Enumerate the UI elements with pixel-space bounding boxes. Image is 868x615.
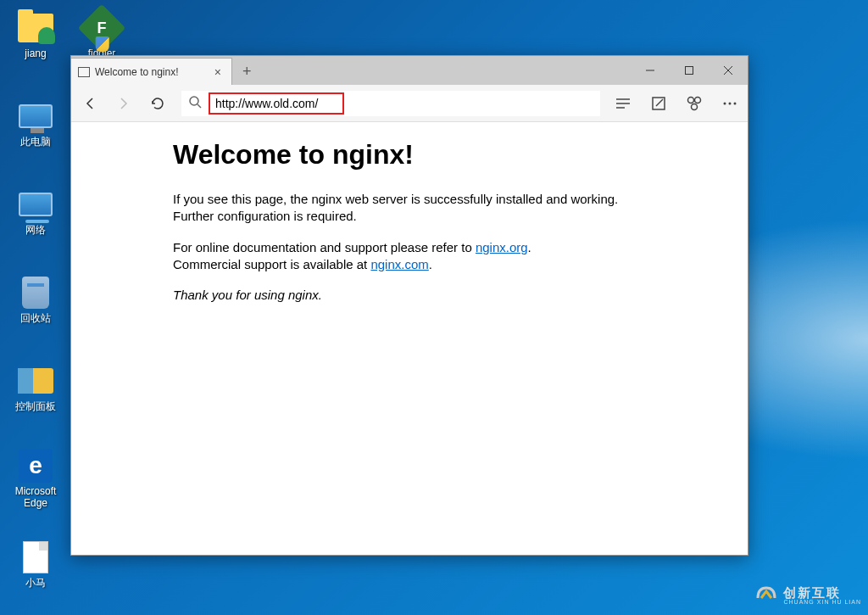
url-input[interactable] [209,92,344,115]
toolbar-right [614,94,739,113]
watermark-en-text: CHUANG XIN HU LIAN [783,599,861,605]
page-heading: Welcome to nginx! [173,139,646,171]
page-thanks: Thank you for using nginx. [173,287,646,304]
desktop-icon-label: 回收站 [20,312,51,324]
desktop-icon-control-panel[interactable]: 控制面板 [7,363,64,412]
page-icon [78,67,90,77]
desktop-icon-this-pc[interactable]: 此电脑 [7,98,64,148]
svg-point-11 [688,97,694,103]
search-icon [188,95,202,112]
desktop-icon-label: Microsoft Edge [7,485,64,510]
page-paragraph-1: If you see this page, the nginx web serv… [173,191,646,226]
watermark: 创新互联 CHUANG XIN HU LIAN [754,581,861,610]
tab-bar: Welcome to nginx! × + [71,56,748,85]
desktop-icon-label: 此电脑 [20,136,51,148]
address-bar[interactable] [181,91,600,116]
desktop-icon-label: 小马 [25,577,46,589]
notes-icon[interactable] [649,94,668,113]
nginx-com-link[interactable]: nginx.com [370,257,428,271]
svg-rect-1 [686,67,693,75]
close-button[interactable] [709,56,748,85]
desktop-icon-network[interactable]: 网络 [7,187,64,236]
minimize-button[interactable] [631,56,670,85]
desktop-icon-label: 控制面板 [15,400,56,412]
desktop-icon-label: 网络 [25,224,46,236]
page-content: Welcome to nginx! If you see this page, … [71,122,748,555]
folder-user-icon [18,10,53,46]
desktop-icon-xiaoma[interactable]: 小马 [7,540,64,589]
control-panel-icon [18,363,53,399]
recycle-bin-icon [18,275,53,310]
desktop-icon-label: jiang [25,48,46,59]
pc-icon [18,98,53,134]
browser-toolbar [71,85,748,122]
back-button[interactable] [80,93,100,114]
edge-icon: e [18,448,53,484]
desktop-icon-jiang[interactable]: jiang [7,10,64,59]
tab-close-icon[interactable]: × [211,65,225,79]
svg-point-15 [729,102,732,104]
refresh-button[interactable] [147,93,168,114]
page-paragraph-2: For online documentation and support ple… [173,239,646,274]
more-icon[interactable] [721,94,739,113]
new-tab-button[interactable]: + [232,58,262,85]
watermark-logo-icon [754,581,778,610]
file-icon [18,540,53,575]
svg-point-12 [695,97,701,103]
svg-point-4 [190,97,198,105]
window-controls [631,56,748,85]
forward-button[interactable] [114,93,134,114]
svg-point-14 [724,102,726,104]
share-icon[interactable] [685,94,704,113]
nginx-org-link[interactable]: nginx.org [476,240,528,254]
tab-active[interactable]: Welcome to nginx! × [71,58,232,85]
tab-title: Welcome to nginx! [95,66,206,78]
desktop-icon-recycle-bin[interactable]: 回收站 [7,275,64,324]
desktop-icon-edge[interactable]: e Microsoft Edge [7,448,64,510]
svg-line-5 [198,104,201,108]
desktop-icon-fiddler[interactable]: F fiddler [73,10,131,59]
reading-view-icon[interactable] [614,94,632,113]
network-icon [18,187,53,222]
svg-line-10 [656,99,663,106]
maximize-button[interactable] [670,56,709,85]
edge-browser-window: Welcome to nginx! × + [70,55,748,556]
fiddler-icon: F [84,10,120,46]
svg-point-13 [692,103,698,109]
watermark-cn-text: 创新互联 [783,586,861,599]
svg-point-16 [734,102,737,104]
